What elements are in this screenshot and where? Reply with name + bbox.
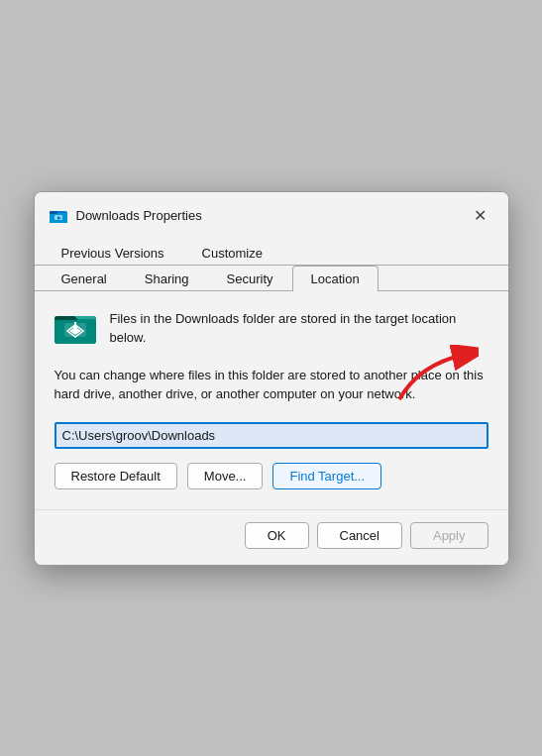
info-text: Files in the Downloads folder are stored…	[110, 309, 488, 348]
tabs-row2: General Sharing Security Location	[35, 266, 508, 291]
cancel-button[interactable]: Cancel	[317, 522, 402, 549]
dialog-footer: OK Cancel Apply	[35, 509, 508, 565]
title-bar: Downloads Properties ✕	[35, 192, 508, 236]
downloads-folder-icon	[54, 309, 96, 350]
title-folder-icon	[49, 206, 68, 226]
content-area: Files in the Downloads folder are stored…	[35, 291, 508, 509]
tab-security[interactable]: Security	[208, 266, 292, 291]
tab-sharing[interactable]: Sharing	[126, 266, 208, 291]
tab-customize[interactable]: Customize	[183, 240, 281, 266]
svg-rect-1	[50, 211, 57, 214]
window-title: Downloads Properties	[76, 208, 202, 223]
apply-button[interactable]: Apply	[410, 522, 488, 549]
tab-previous-versions[interactable]: Previous Versions	[43, 240, 183, 266]
tab-general[interactable]: General	[43, 266, 126, 291]
ok-button[interactable]: OK	[245, 522, 309, 549]
restore-default-button[interactable]: Restore Default	[54, 463, 177, 489]
dialog-window: Downloads Properties ✕ Previous Versions…	[34, 191, 509, 566]
title-bar-left: Downloads Properties	[49, 206, 202, 226]
move-button[interactable]: Move...	[187, 463, 264, 489]
find-target-button[interactable]: Find Target...	[272, 463, 381, 489]
action-buttons-row: Restore Default Move... Find Target...	[54, 463, 488, 489]
close-button[interactable]: ✕	[467, 202, 494, 230]
info-row: Files in the Downloads folder are stored…	[54, 309, 488, 350]
description-text: You can change where files in this folde…	[54, 366, 488, 404]
tab-location[interactable]: Location	[292, 266, 379, 291]
path-input[interactable]	[54, 422, 488, 449]
tabs-row1: Previous Versions Customize	[35, 236, 508, 266]
